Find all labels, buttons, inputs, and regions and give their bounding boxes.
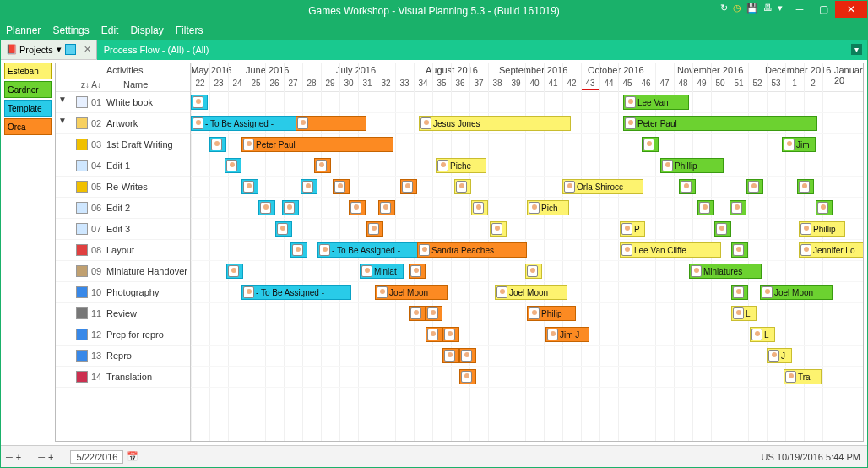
minimize-button[interactable]: ─ bbox=[788, 1, 811, 18]
activity-row[interactable]: 05Re-Writes bbox=[56, 177, 190, 198]
gantt-bar[interactable] bbox=[226, 264, 243, 279]
gantt-bar[interactable]: Piche bbox=[436, 158, 486, 173]
gantt-bar[interactable] bbox=[442, 327, 459, 342]
gantt-bar[interactable] bbox=[679, 179, 696, 194]
gantt-bar[interactable] bbox=[490, 221, 507, 237]
gantt-bar[interactable]: Jim J bbox=[545, 327, 589, 342]
activity-row[interactable]: 02Artwork bbox=[56, 113, 190, 134]
menu-edit[interactable]: Edit bbox=[101, 24, 119, 36]
gantt-bar[interactable]: Jennifer Lo bbox=[799, 242, 863, 258]
gantt-bar[interactable] bbox=[525, 264, 542, 279]
gantt-bar[interactable] bbox=[442, 348, 459, 363]
options-icon[interactable]: ▾ bbox=[778, 3, 783, 14]
gantt-bar[interactable]: - To Be Assigned - bbox=[191, 116, 309, 131]
activity-row[interactable]: 07Edit 3 bbox=[56, 219, 190, 240]
gantt-bar[interactable]: Joel Moon bbox=[760, 285, 833, 300]
menu-settings[interactable]: Settings bbox=[52, 24, 89, 36]
projects-tab[interactable]: 📕 Projects ▾ ✕ bbox=[1, 40, 97, 59]
close-button[interactable]: ✕ bbox=[835, 1, 867, 18]
gantt-bar[interactable] bbox=[459, 348, 476, 363]
gantt-bar[interactable] bbox=[349, 200, 366, 215]
gantt-bar[interactable]: L bbox=[731, 306, 757, 321]
legend-orca[interactable]: Orca bbox=[4, 118, 52, 135]
process-flow-tab[interactable]: Process Flow - (All) - (All) ▾ bbox=[97, 40, 867, 60]
gantt-bar[interactable]: Phillip bbox=[660, 158, 724, 173]
name-column[interactable]: Name bbox=[123, 79, 148, 90]
gantt-bar[interactable]: Miniatures bbox=[689, 264, 762, 279]
gantt-bar[interactable] bbox=[697, 200, 714, 215]
gantt-bar[interactable]: J bbox=[767, 348, 792, 363]
col-zoom[interactable]: ─+ bbox=[38, 452, 53, 462]
gantt-bar[interactable]: Jesus Jones bbox=[419, 116, 571, 131]
gantt-bar[interactable] bbox=[225, 158, 241, 173]
gantt-bar[interactable] bbox=[400, 179, 417, 194]
activity-row[interactable]: 06Edit 2 bbox=[56, 198, 190, 219]
gantt-bar[interactable] bbox=[314, 158, 331, 173]
gantt-bar[interactable]: Peter Paul bbox=[241, 137, 393, 152]
gantt-bar[interactable]: Joel Moon bbox=[375, 285, 448, 300]
gantt-bar[interactable] bbox=[454, 179, 471, 194]
gantt-bar[interactable]: Philip bbox=[527, 306, 576, 321]
gantt-bar[interactable]: Tra bbox=[784, 369, 822, 384]
gantt-bar[interactable]: Joel Moon bbox=[495, 285, 567, 300]
gantt-bar[interactable]: P bbox=[620, 221, 645, 237]
activity-row[interactable]: 031st Draft Writing bbox=[56, 134, 190, 155]
activity-row[interactable]: 13Repro bbox=[56, 346, 190, 367]
refresh-icon[interactable]: ↻ bbox=[720, 3, 728, 14]
gantt-bar[interactable] bbox=[746, 179, 763, 194]
process-tab-expand-icon[interactable]: ▾ bbox=[851, 44, 862, 55]
gantt-bar[interactable] bbox=[642, 137, 659, 152]
activity-row[interactable]: 10Photography bbox=[56, 282, 190, 303]
legend-esteban[interactable]: Esteban bbox=[4, 63, 52, 79]
gantt-bar[interactable] bbox=[296, 116, 366, 131]
gantt-bar[interactable] bbox=[282, 200, 299, 215]
activity-row[interactable]: 04Edit 1 bbox=[56, 155, 190, 177]
sort-icon[interactable]: z↓ A↓ bbox=[81, 80, 101, 90]
gantt-chart[interactable]: May 2016June 2016July 2016August 2016Sep… bbox=[191, 63, 863, 441]
gantt-bar[interactable] bbox=[730, 200, 746, 215]
print-icon[interactable]: 🖶 bbox=[763, 3, 773, 14]
gantt-bar[interactable]: Orla Shirocc bbox=[562, 179, 643, 194]
calendar-icon[interactable]: 📅 bbox=[127, 451, 138, 462]
activity-row[interactable]: 14Translation bbox=[56, 367, 190, 388]
activity-row[interactable]: 11Review bbox=[56, 303, 190, 324]
gantt-bar[interactable] bbox=[471, 200, 488, 215]
activity-row[interactable]: 09Miniature Handover bbox=[56, 261, 190, 282]
gantt-bar[interactable] bbox=[731, 242, 748, 258]
gantt-bar[interactable] bbox=[191, 95, 208, 110]
activity-row[interactable]: 01White book bbox=[56, 92, 190, 113]
gantt-bar[interactable] bbox=[258, 200, 275, 215]
tab-close-icon[interactable]: ✕ bbox=[84, 44, 91, 55]
gantt-bar[interactable] bbox=[816, 200, 833, 215]
gantt-bar[interactable] bbox=[209, 137, 226, 152]
gantt-bar[interactable] bbox=[409, 264, 426, 279]
gantt-bar[interactable]: - To Be Assigned - bbox=[241, 285, 351, 300]
gantt-bar[interactable] bbox=[301, 179, 317, 194]
activity-row[interactable]: 08Layout bbox=[56, 240, 190, 261]
gantt-bar[interactable] bbox=[333, 179, 350, 194]
legend-template[interactable]: Template bbox=[4, 100, 52, 117]
gantt-bar[interactable] bbox=[378, 200, 395, 215]
gantt-bar[interactable] bbox=[459, 369, 476, 384]
gantt-bar[interactable] bbox=[409, 306, 426, 321]
activity-row[interactable]: 12Prep for repro bbox=[56, 324, 190, 346]
gantt-bar[interactable]: Phillip bbox=[799, 221, 845, 237]
gantt-bar[interactable]: Pich bbox=[527, 200, 569, 215]
gantt-bar[interactable]: Sandra Peaches bbox=[417, 242, 527, 258]
history-icon[interactable]: ◷ bbox=[733, 3, 741, 14]
gantt-bar[interactable]: Miniat bbox=[360, 264, 404, 279]
gantt-bar[interactable]: Lee Van bbox=[623, 95, 689, 110]
maximize-button[interactable]: ▢ bbox=[811, 1, 835, 18]
gantt-bar[interactable] bbox=[797, 179, 814, 194]
menu-display[interactable]: Display bbox=[130, 24, 163, 36]
gantt-bar[interactable] bbox=[290, 242, 307, 258]
gantt-bar[interactable]: Lee Van Cliffe bbox=[620, 242, 721, 258]
gantt-bar[interactable] bbox=[714, 221, 731, 237]
row-zoom[interactable]: ─+ bbox=[6, 452, 21, 462]
legend-gardner[interactable]: Gardner bbox=[4, 81, 52, 98]
gantt-bar[interactable]: L bbox=[750, 327, 775, 342]
gantt-bar[interactable] bbox=[366, 221, 383, 237]
gantt-bar[interactable]: Jim bbox=[782, 137, 816, 152]
gantt-bar[interactable]: - To Be Assigned - bbox=[317, 242, 427, 258]
menu-filters[interactable]: Filters bbox=[176, 24, 203, 36]
